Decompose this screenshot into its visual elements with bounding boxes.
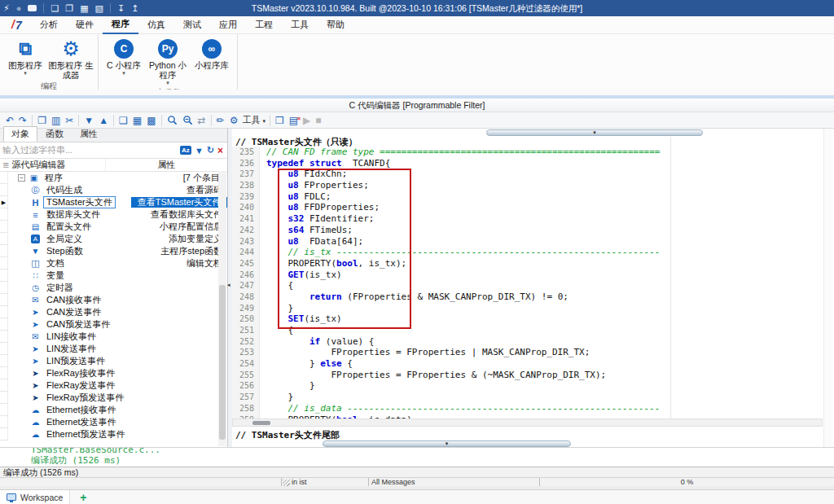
tab-objects[interactable]: 对象 bbox=[3, 126, 37, 142]
menu-tab-program[interactable]: 程序 bbox=[103, 15, 138, 34]
tree-column-header[interactable]: ≣ 源代码编辑器 属性 bbox=[0, 159, 227, 172]
run-button[interactable]: ▶ bbox=[303, 112, 310, 129]
compile-button[interactable]: ▤× bbox=[289, 112, 298, 129]
menu-tab-analysis[interactable]: 分析 bbox=[31, 16, 67, 33]
refresh-icon[interactable]: ↻ bbox=[207, 145, 214, 156]
tree-row[interactable]: ☁Ethernet发送事件 bbox=[0, 416, 227, 428]
tree-row[interactable]: A全局定义添加变量定义 bbox=[0, 233, 227, 245]
tree-row[interactable]: ➤FlexRay接收事件 bbox=[0, 367, 227, 379]
tree-row[interactable]: −▣程序[7 个条目] bbox=[0, 172, 227, 184]
tree-row[interactable]: ✉CAN接收事件 bbox=[0, 294, 227, 306]
collapse-left-icon[interactable]: ◂ bbox=[227, 282, 230, 288]
workspace-tab[interactable]: Workspace bbox=[0, 490, 70, 504]
save-button[interactable]: ▦ bbox=[133, 112, 142, 129]
chat-icon[interactable] bbox=[28, 5, 37, 11]
code-line[interactable]: 236typedef struct TCANFD{ bbox=[232, 158, 834, 169]
tree-row[interactable]: ☁Ethernet预发送事件 bbox=[0, 428, 227, 440]
replace-button[interactable]: ⇄ bbox=[198, 112, 206, 129]
collapsed-splitter-top[interactable]: ▾ bbox=[486, 129, 703, 136]
code-line[interactable]: 243 u8 FData[64]; bbox=[232, 236, 834, 248]
add-workspace-button[interactable]: + bbox=[80, 491, 86, 504]
filter-dropdown-icon[interactable]: ▼ bbox=[195, 146, 204, 156]
tree-row[interactable]: ☁Ethernet接收事件 bbox=[0, 404, 227, 416]
tree-row[interactable]: ▤配置头文件小程序配置信息 bbox=[0, 221, 227, 233]
code-line[interactable]: 242 s64 FTimeUs; bbox=[232, 225, 834, 236]
menu-tab-project[interactable]: 工程 bbox=[246, 16, 282, 33]
tree-row[interactable]: ➤LIN预发送事件 bbox=[0, 355, 227, 367]
code-line[interactable]: 244 // is_tx ---------------------------… bbox=[232, 247, 834, 258]
code-line[interactable]: 245 PROPERTY(bool, is_tx); bbox=[232, 258, 834, 270]
collapsed-splitter-bottom[interactable]: ▾ bbox=[323, 440, 571, 447]
settings-gear-button[interactable]: ⚙ bbox=[230, 112, 239, 129]
record-icon[interactable]: ● bbox=[16, 0, 22, 16]
expand-collapse-box[interactable]: − bbox=[18, 174, 25, 182]
stop-button[interactable]: ■ bbox=[315, 112, 321, 129]
tree-scrollbar-thumb[interactable] bbox=[219, 285, 226, 440]
code-line[interactable]: 248 return (FProperties & MASK_CANProp_D… bbox=[232, 291, 834, 303]
applet-library-button[interactable]: ∞ 小程序库 bbox=[190, 36, 234, 86]
tree-row[interactable]: ▶HTSMaster头文件查看TSMaster头文件 bbox=[0, 196, 227, 208]
menu-tab-tools[interactable]: 工具 bbox=[282, 16, 318, 33]
tree-row[interactable]: ≡数据库头文件查看数据库头文件 bbox=[0, 208, 227, 221]
code-line[interactable]: 258 // is_data -------------------------… bbox=[232, 403, 834, 414]
new-file-icon[interactable]: ❏ bbox=[50, 0, 59, 16]
tree-row[interactable]: ✉LIN接收事件 bbox=[0, 331, 227, 343]
edit-pencil-button[interactable]: ✏ bbox=[217, 112, 225, 129]
menu-tab-hardware[interactable]: 硬件 bbox=[67, 16, 103, 33]
code-lines[interactable]: 235// CAN FD frame type ================… bbox=[232, 147, 834, 419]
filter-input[interactable]: 输入过滤字符串... bbox=[2, 144, 178, 156]
menu-tab-application[interactable]: 应用 bbox=[210, 16, 246, 33]
tree-row[interactable]: ➤FlexRay发送事件 bbox=[0, 379, 227, 392]
code-line[interactable]: 254 } else { bbox=[232, 358, 834, 370]
folder-button[interactable]: ❒ bbox=[275, 112, 284, 129]
search-next-icon[interactable] bbox=[182, 115, 193, 125]
code-line[interactable]: 251 { bbox=[232, 325, 834, 336]
code-line[interactable]: 250 SET(is_tx) bbox=[232, 313, 834, 325]
import-icon[interactable]: ↧ bbox=[117, 0, 125, 16]
tab-properties[interactable]: 属性 bbox=[72, 126, 106, 142]
save-all-button[interactable]: ▩ bbox=[147, 112, 156, 129]
menu-tab-simulation[interactable]: 仿真 bbox=[138, 16, 174, 33]
tree-row[interactable]: ◫文档编辑文档 bbox=[0, 257, 227, 270]
tree-row[interactable]: ➤LIN发送事件 bbox=[0, 343, 227, 355]
tree-row[interactable]: ➤CAN发送事件 bbox=[0, 306, 227, 318]
code-line[interactable]: 253 FProperties = FProperties | MASK_CAN… bbox=[232, 347, 834, 358]
code-line[interactable]: 239 u8 FDLC; bbox=[232, 191, 834, 203]
code-line[interactable]: 249 } bbox=[232, 303, 834, 314]
code-line[interactable]: 255 FProperties = FProperties & (~MASK_C… bbox=[232, 370, 834, 381]
tree-row[interactable]: Ⓖ代码生成查看源码 bbox=[0, 184, 227, 196]
save-icon[interactable]: ▦ bbox=[80, 0, 88, 16]
open-file-icon[interactable]: ❐ bbox=[65, 0, 73, 16]
code-line[interactable]: 247 { bbox=[232, 280, 834, 291]
tab-functions[interactable]: 函数 bbox=[37, 126, 72, 142]
code-line[interactable]: 240 u8 FFDProperties; bbox=[232, 202, 834, 213]
header-menu-icon[interactable]: ≣ bbox=[2, 160, 9, 169]
code-horizontal-scrollbar[interactable] bbox=[232, 419, 823, 427]
code-line[interactable]: 237 u8 FIdxChn; bbox=[232, 169, 834, 180]
tree-row[interactable]: ◷定时器 bbox=[0, 282, 227, 294]
tree-row[interactable]: ▼Step函数主程序step函数 bbox=[0, 245, 227, 257]
code-line[interactable]: 238 u8 FProperties; bbox=[232, 180, 834, 191]
code-line[interactable]: 252 if (value) { bbox=[232, 336, 834, 348]
code-line[interactable]: 235// CAN FD frame type ================… bbox=[232, 147, 834, 158]
code-line[interactable]: 256 } bbox=[232, 380, 834, 392]
menu-tab-help[interactable]: 帮助 bbox=[318, 16, 353, 33]
code-line[interactable]: 257 } bbox=[232, 392, 834, 403]
tools-menu-button[interactable]: 工具 ▾ bbox=[242, 114, 266, 126]
sort-az-icon[interactable]: Az bbox=[180, 146, 191, 155]
code-line[interactable]: 241 s32 FIdentifier; bbox=[232, 213, 834, 225]
c-applet-button[interactable]: C C 小程序 ▾ bbox=[102, 36, 146, 86]
code-editor[interactable]: ▾ // TSMaster头文件（只读） 235// CAN FD frame … bbox=[232, 129, 834, 447]
search-icon[interactable] bbox=[167, 115, 178, 125]
code-vertical-scrollbar[interactable] bbox=[823, 129, 833, 447]
code-line[interactable]: 246 GET(is_tx) bbox=[232, 270, 834, 281]
graphical-program-button[interactable]: ⧉ 图形程序 ▾ bbox=[3, 36, 47, 80]
tree-row[interactable]: ∷变量 bbox=[0, 270, 227, 282]
tree-row[interactable]: ➤FlexRay预发送事件 bbox=[0, 392, 227, 404]
python-applet-button[interactable]: Py Python 小程序 ▾ bbox=[146, 36, 190, 86]
lightning-icon[interactable]: ⚡ bbox=[3, 0, 10, 16]
clear-filter-icon[interactable]: × bbox=[217, 145, 223, 156]
scrollbar-thumb[interactable] bbox=[252, 421, 270, 425]
open-button[interactable]: ❏ bbox=[119, 112, 128, 129]
graphical-program-generator-button[interactable]: ⚙ 图形程序 生成器 bbox=[47, 36, 94, 80]
